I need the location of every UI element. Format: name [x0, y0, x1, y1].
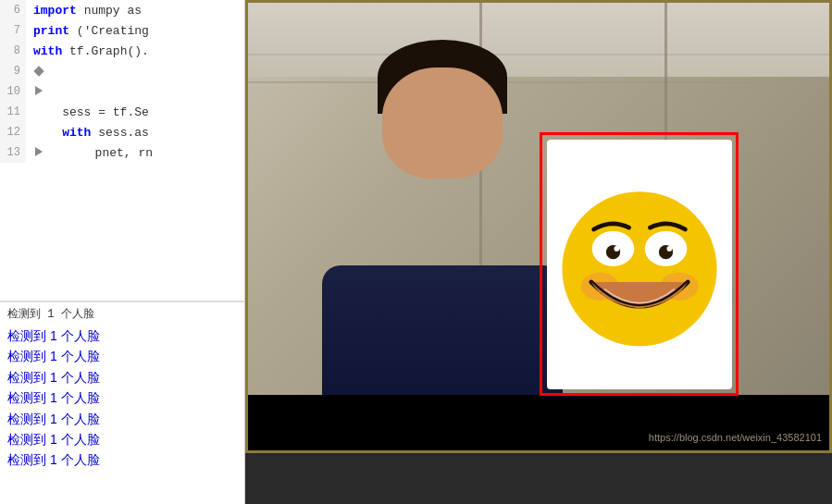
breakpoint-13	[33, 146, 44, 157]
line-num-13: 13	[0, 142, 26, 163]
code-editor[interactable]: 6 import numpy as 7 print ('Creating 8 w…	[0, 0, 245, 504]
svg-point-0	[562, 191, 716, 346]
person-head	[368, 40, 516, 206]
line-content-13: pnet, rn	[26, 146, 153, 160]
face-emoji-overlay	[547, 140, 732, 389]
line-content-9	[26, 65, 44, 79]
console-header: 检测到 1 个人脸	[7, 306, 237, 322]
console-line-6: 检测到 1 个人脸	[7, 429, 237, 449]
console-line-1: 检测到 1 个人脸	[7, 326, 237, 346]
line-num-6: 6	[0, 0, 26, 20]
left-column: 6 import numpy as 7 print ('Creating 8 w…	[0, 0, 245, 504]
code-line-9: 9	[0, 61, 244, 81]
breakpoint-10	[33, 85, 44, 96]
code-line-7: 7 print ('Creating	[0, 20, 244, 41]
line-num-11: 11	[0, 102, 26, 122]
code-line-8: 8 with tf.Graph().	[0, 41, 244, 61]
console-line-2: 检测到 1 个人脸	[7, 346, 237, 366]
code-area: 6 import numpy as 7 print ('Creating 8 w…	[0, 0, 244, 301]
line-num-10: 10	[0, 81, 26, 102]
watermark: https://blog.csdn.net/weixin_43582101	[649, 432, 822, 443]
code-line-10: 10	[0, 81, 244, 102]
line-content-12: with sess.as	[26, 126, 149, 140]
video-frame: https://blog.csdn.net/weixin_43582101	[245, 0, 832, 453]
line-content-10	[26, 85, 44, 99]
line-num-8: 8	[0, 41, 26, 61]
line-content-8: with tf.Graph().	[26, 44, 149, 58]
person-face	[382, 68, 503, 178]
console-line-4: 检测到 1 个人脸	[7, 387, 237, 408]
svg-point-8	[666, 246, 672, 252]
line-num-7: 7	[0, 20, 26, 41]
code-line-12: 12 with sess.as	[0, 122, 244, 142]
console-line-3: 检测到 1 个人脸	[7, 367, 237, 387]
console-area: 检测到 1 个人脸 检测到 1 个人脸 检测到 1 个人脸 检测到 1 个人脸 …	[0, 301, 244, 504]
code-line-6: 6 import numpy as	[0, 0, 244, 20]
line-content-7: print ('Creating	[26, 24, 149, 38]
console-line-5: 检测到 1 个人脸	[7, 409, 237, 429]
smiley-emoji-svg	[552, 177, 727, 352]
console-line-7: 检测到 1 个人脸	[7, 449, 237, 470]
breakpoint-9	[33, 66, 44, 77]
line-num-12: 12	[0, 122, 26, 142]
line-num-9: 9	[0, 61, 26, 81]
code-line-11: 11 sess = tf.Se	[0, 102, 244, 122]
svg-point-7	[614, 246, 619, 252]
line-content-6: import numpy as	[26, 4, 142, 18]
code-line-13: 13 pnet, rn	[0, 142, 244, 163]
camera-feed: https://blog.csdn.net/weixin_43582101	[245, 0, 832, 504]
line-content-11: sess = tf.Se	[26, 105, 149, 119]
